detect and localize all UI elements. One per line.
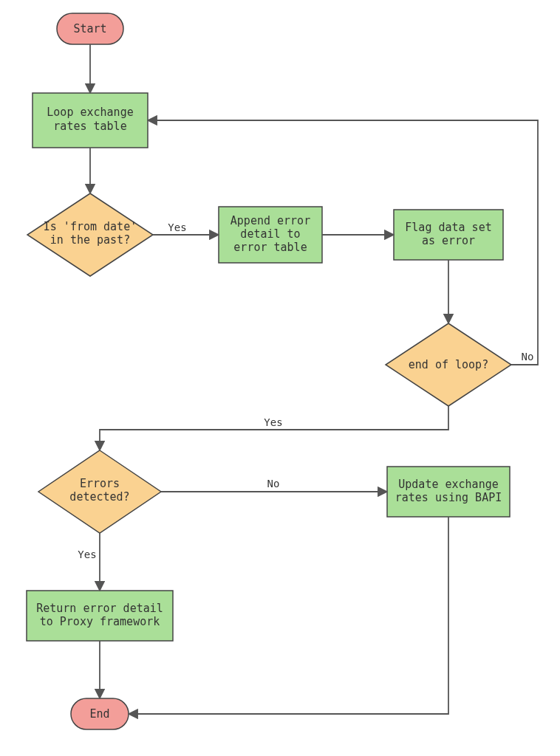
node-check-date-line2: in the past? [50,233,130,247]
node-append-error: Append error detail to error table [219,207,322,263]
node-start-label: Start [73,22,106,35]
node-end-of-loop-label: end of loop? [409,358,488,371]
node-end-of-loop: end of loop? [386,323,511,406]
node-errors-detected-line2: detected? [69,490,129,504]
node-loop-line1: Loop exchange [47,106,133,119]
node-errors-detected: Errors detected? [38,450,161,533]
node-update-bapi-line2: rates using BAPI [395,491,502,504]
node-return-error-line1: Return error detail [36,602,163,615]
node-flag-error-line1: Flag data set [405,221,491,234]
node-check-date-line1: Is 'from date' [44,220,137,233]
node-return-error: Return error detail to Proxy framework [27,591,173,641]
edge-check-yes-label: Yes [168,221,186,233]
node-end: End [71,698,129,729]
node-errors-detected-line1: Errors [80,477,120,490]
edge-endloop-yes-label: Yes [264,416,282,428]
flowchart-canvas: Start Loop exchange rates table Is 'from… [0,0,560,756]
node-append-error-line2: detail to [240,227,300,241]
node-update-bapi-line1: Update exchange [398,478,498,491]
edge-errors-yes-label: Yes [78,549,96,560]
node-return-error-line2: to Proxy framework [40,615,160,628]
node-check-date: Is 'from date' in the past? [27,193,153,276]
node-flag-error: Flag data set as error [394,210,503,260]
node-append-error-line1: Append error [231,214,310,227]
edge-endloop-yes [100,406,448,450]
node-loop-line2: rates table [53,120,126,133]
edge-endloop-no-label: No [522,351,534,362]
node-start: Start [57,13,123,44]
node-update-bapi: Update exchange rates using BAPI [387,467,510,517]
node-end-label: End [89,707,109,721]
node-append-error-line3: error table [233,241,307,254]
node-flag-error-line2: as error [422,234,475,247]
edge-update-to-end [129,517,448,714]
edge-errors-no-label: No [267,478,280,489]
node-loop: Loop exchange rates table [33,93,148,148]
